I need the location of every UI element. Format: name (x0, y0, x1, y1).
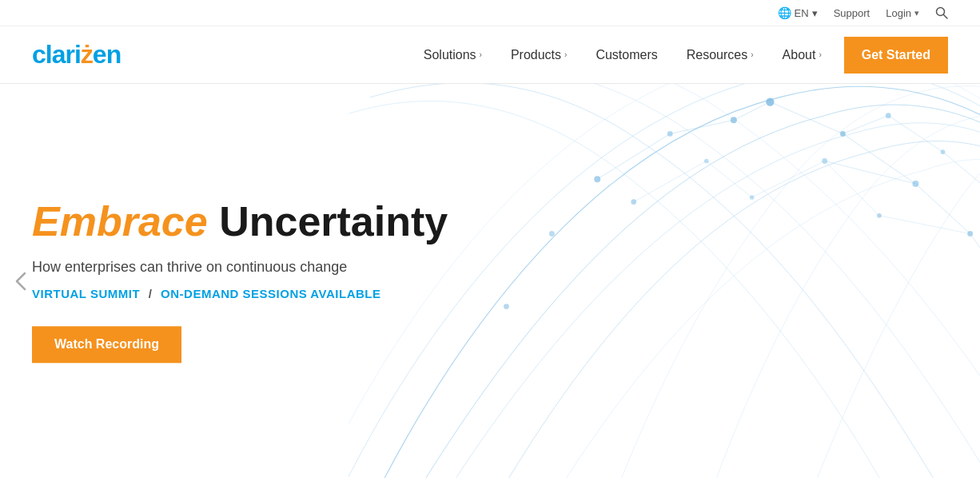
get-started-button[interactable]: Get Started (844, 37, 948, 74)
language-selector[interactable]: 🌐 EN ▾ (778, 6, 818, 19)
main-navigation: clariżen Solutions › Products › Customer… (0, 26, 980, 84)
nav-products-label: Products (511, 48, 561, 62)
svg-line-29 (888, 116, 942, 153)
svg-line-25 (734, 102, 771, 121)
hero-tag-virtual: VIRTUAL SUMMIT (32, 287, 140, 300)
svg-point-11 (504, 304, 509, 309)
svg-line-1 (944, 15, 948, 19)
svg-line-21 (770, 102, 843, 134)
svg-line-26 (670, 120, 734, 133)
login-link[interactable]: Login (886, 7, 911, 19)
hero-subtitle: How enterprises can thrive on continuous… (32, 257, 448, 277)
svg-line-32 (752, 161, 825, 198)
svg-line-34 (634, 161, 707, 202)
top-bar: 🌐 EN ▾ Support Login ▾ (0, 0, 980, 26)
resources-chevron-icon: › (751, 50, 753, 59)
lang-chevron-icon: ▾ (812, 7, 818, 19)
support-link[interactable]: Support (834, 7, 870, 19)
svg-line-23 (915, 184, 970, 234)
svg-line-27 (597, 133, 670, 179)
globe-icon: 🌐 (778, 6, 791, 19)
svg-line-22 (843, 133, 915, 184)
watch-recording-button[interactable]: Watch Recording (32, 326, 181, 363)
svg-line-30 (943, 152, 980, 197)
hero-tags: VIRTUAL SUMMIT / ON-DEMAND SESSIONS AVAI… (32, 287, 448, 300)
hero-tag-on-demand: ON-DEMAND SESSIONS AVAILABLE (161, 287, 380, 300)
carousel-prev-button[interactable] (8, 268, 34, 294)
nav-customers-label: Customers (596, 48, 657, 62)
svg-point-10 (549, 231, 555, 237)
nav-item-resources[interactable]: Resources › (672, 26, 768, 84)
products-chevron-icon: › (564, 50, 567, 59)
hero-section: Embrace Uncertainty How enterprises can … (0, 84, 980, 478)
lang-code: EN (795, 7, 809, 19)
nav-item-customers[interactable]: Customers (581, 26, 671, 84)
nav-item-solutions[interactable]: Solutions › (409, 26, 496, 84)
logo[interactable]: clariżen (32, 40, 121, 70)
login-wrapper[interactable]: Login ▾ (886, 7, 919, 19)
nav-resources-label: Resources (687, 48, 747, 62)
logo-text: clariżen (32, 40, 121, 69)
search-button[interactable] (935, 6, 948, 19)
hero-title-part2: Uncertainty (219, 198, 448, 244)
solutions-chevron-icon: › (480, 50, 482, 59)
nav-items: Solutions › Products › Customers Resourc… (409, 26, 836, 84)
hero-tag-separator: / (149, 287, 153, 300)
svg-line-31 (825, 161, 916, 184)
about-chevron-icon: › (819, 50, 821, 59)
hero-title-part1: Embrace (32, 198, 208, 244)
svg-line-36 (879, 216, 970, 234)
nav-item-products[interactable]: Products › (496, 26, 581, 84)
nav-solutions-label: Solutions (424, 48, 476, 62)
hero-title: Embrace Uncertainty (32, 199, 448, 244)
nav-item-about[interactable]: About › (768, 26, 836, 84)
svg-line-35 (825, 161, 879, 216)
login-chevron-icon: ▾ (914, 8, 919, 18)
search-icon (935, 6, 948, 19)
chevron-left-icon (14, 270, 28, 292)
svg-line-24 (970, 234, 980, 298)
hero-content: Embrace Uncertainty How enterprises can … (32, 199, 448, 363)
nav-about-label: About (783, 48, 816, 62)
svg-line-33 (707, 161, 752, 198)
